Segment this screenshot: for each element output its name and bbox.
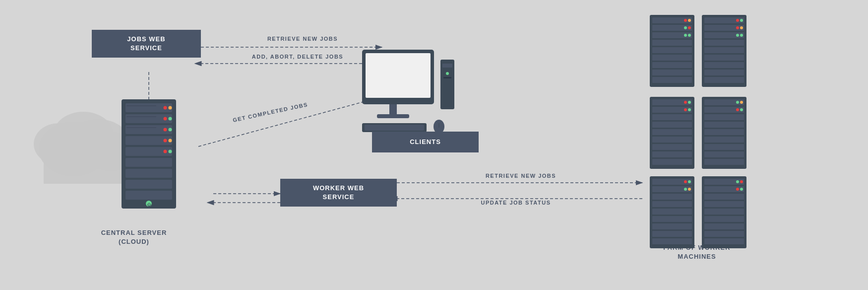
svg-rect-59 bbox=[652, 40, 692, 46]
svg-rect-91 bbox=[652, 122, 692, 128]
svg-rect-80 bbox=[704, 77, 744, 83]
svg-rect-122 bbox=[652, 223, 692, 229]
svg-rect-25 bbox=[125, 169, 172, 178]
svg-rect-135 bbox=[704, 216, 744, 222]
svg-point-139 bbox=[736, 180, 739, 183]
svg-point-30 bbox=[164, 117, 167, 121]
svg-point-67 bbox=[684, 26, 687, 29]
retrieve-new-jobs-top-label: RETRIEVE NEW JOBS bbox=[238, 36, 367, 42]
svg-rect-107 bbox=[704, 137, 744, 143]
svg-rect-77 bbox=[704, 55, 744, 61]
svg-point-49 bbox=[446, 72, 449, 75]
svg-point-29 bbox=[169, 106, 172, 110]
svg-point-83 bbox=[736, 26, 739, 29]
farm-server-2 bbox=[702, 15, 746, 89]
svg-rect-79 bbox=[704, 70, 744, 75]
svg-point-82 bbox=[740, 19, 743, 22]
svg-rect-94 bbox=[652, 144, 692, 150]
svg-rect-138 bbox=[704, 238, 744, 244]
farm-server-1 bbox=[650, 15, 694, 89]
svg-point-70 bbox=[688, 34, 691, 37]
svg-rect-64 bbox=[652, 77, 692, 83]
svg-point-86 bbox=[740, 34, 743, 37]
svg-point-4 bbox=[39, 122, 108, 176]
svg-point-65 bbox=[684, 19, 687, 22]
add-abort-delete-label: ADD, ABORT, DELETE JOBS bbox=[221, 54, 374, 60]
svg-point-85 bbox=[736, 34, 739, 37]
svg-point-113 bbox=[736, 108, 739, 111]
svg-text:⏻: ⏻ bbox=[147, 203, 151, 207]
svg-point-127 bbox=[684, 188, 687, 191]
svg-rect-105 bbox=[704, 122, 744, 128]
client-monitor-icon bbox=[357, 50, 456, 144]
svg-point-6 bbox=[34, 123, 83, 165]
svg-rect-136 bbox=[704, 223, 744, 229]
svg-point-126 bbox=[688, 180, 691, 183]
svg-rect-93 bbox=[652, 137, 692, 143]
svg-point-36 bbox=[164, 150, 167, 153]
clients-box: CLIENTS bbox=[372, 132, 479, 152]
svg-rect-48 bbox=[442, 64, 452, 68]
svg-point-111 bbox=[736, 101, 739, 104]
svg-point-33 bbox=[169, 128, 172, 132]
svg-point-68 bbox=[688, 26, 691, 29]
farm-server-6 bbox=[702, 176, 746, 251]
svg-point-84 bbox=[740, 26, 743, 29]
svg-rect-24 bbox=[125, 158, 172, 167]
svg-rect-137 bbox=[704, 231, 744, 237]
svg-rect-63 bbox=[652, 70, 692, 75]
farm-server-5 bbox=[650, 176, 694, 251]
svg-point-100 bbox=[688, 108, 691, 111]
svg-rect-132 bbox=[704, 194, 744, 200]
svg-point-142 bbox=[740, 188, 743, 191]
svg-rect-124 bbox=[652, 238, 692, 244]
svg-rect-110 bbox=[704, 159, 744, 165]
svg-rect-50 bbox=[443, 77, 451, 78]
svg-rect-44 bbox=[366, 53, 431, 98]
svg-point-31 bbox=[169, 117, 172, 121]
retrieve-new-jobs-bottom-label: RETRIEVE NEW JOBS bbox=[446, 173, 595, 179]
svg-rect-118 bbox=[652, 194, 692, 200]
update-job-status-label: UPDATE JOB STATUS bbox=[446, 200, 585, 206]
svg-rect-104 bbox=[704, 114, 744, 120]
svg-rect-75 bbox=[704, 40, 744, 46]
svg-point-37 bbox=[169, 150, 172, 153]
central-server-label: CENTRAL SERVER (CLOUD) bbox=[77, 228, 191, 246]
svg-point-28 bbox=[164, 106, 167, 110]
svg-rect-52 bbox=[365, 125, 424, 131]
jobs-web-service-box: JOBS WEB SERVICE bbox=[92, 30, 201, 58]
svg-point-141 bbox=[736, 188, 739, 191]
svg-point-34 bbox=[164, 139, 167, 143]
svg-point-66 bbox=[688, 19, 691, 22]
svg-point-7 bbox=[54, 112, 113, 156]
get-completed-jobs-label: GET COMPLETED JOBS bbox=[204, 95, 337, 129]
svg-point-32 bbox=[164, 128, 167, 132]
svg-point-99 bbox=[684, 108, 687, 111]
svg-rect-108 bbox=[704, 144, 744, 150]
farm-server-4 bbox=[702, 97, 746, 171]
svg-rect-96 bbox=[652, 159, 692, 165]
svg-rect-90 bbox=[652, 114, 692, 120]
svg-point-98 bbox=[688, 101, 691, 104]
svg-rect-106 bbox=[704, 129, 744, 135]
svg-rect-27 bbox=[125, 191, 172, 200]
svg-rect-61 bbox=[652, 55, 692, 61]
svg-rect-46 bbox=[377, 114, 409, 118]
svg-rect-92 bbox=[652, 129, 692, 135]
svg-rect-76 bbox=[704, 47, 744, 53]
svg-rect-95 bbox=[652, 151, 692, 157]
svg-rect-26 bbox=[125, 180, 172, 189]
svg-rect-78 bbox=[704, 62, 744, 68]
svg-point-81 bbox=[736, 19, 739, 22]
svg-rect-109 bbox=[704, 151, 744, 157]
svg-point-35 bbox=[169, 139, 172, 143]
svg-point-128 bbox=[688, 188, 691, 191]
svg-point-140 bbox=[740, 180, 743, 183]
svg-rect-119 bbox=[652, 201, 692, 207]
svg-point-69 bbox=[684, 34, 687, 37]
svg-point-114 bbox=[740, 108, 743, 111]
svg-rect-62 bbox=[652, 62, 692, 68]
svg-rect-123 bbox=[652, 231, 692, 237]
farm-server-3 bbox=[650, 97, 694, 171]
svg-point-112 bbox=[740, 101, 743, 104]
